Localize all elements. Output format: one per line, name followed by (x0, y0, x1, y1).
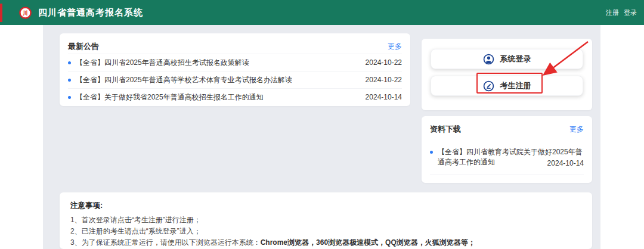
note-item-browsers: Chrome浏览器，360浏览器极速模式，QQ浏览器，火狐浏览器等； (261, 238, 475, 247)
login-panel-card: 系统登录 考生注册 (422, 39, 592, 110)
system-login-button[interactable]: 系统登录 (431, 49, 583, 69)
downloads-more-link[interactable]: 更多 (569, 125, 584, 135)
announcements-more-link[interactable]: 更多 (388, 42, 402, 52)
note-item-prefix: 3、为了保证系统正常运行，请使用以下浏览器运行本系统： (70, 238, 261, 247)
notes-card: 注意事项: 1、首次登录请点击“考生注册”进行注册； 2、已注册的考生请点击“系… (60, 192, 592, 249)
announcements-title: 最新公告 (68, 41, 99, 52)
announcement-date: 2024-10-22 (366, 58, 402, 67)
note-item: 1、首次登录请点击“考生注册”进行注册； (70, 215, 581, 225)
announcement-item[interactable]: 【全省】四川省2025年普通高等学校艺术体育专业考试报名办法解读 2024-10… (68, 71, 402, 88)
candidate-register-label: 考生注册 (500, 80, 531, 91)
announcement-item[interactable]: 【全省】关于做好我省2025年普通高校招生报名工作的通知 2024-10-14 (68, 88, 402, 105)
bullet-icon (68, 61, 71, 64)
download-item[interactable]: 【全省】四川省教育考试院关于做好2025年普通高考工作的通知 2024-10-1… (430, 147, 584, 175)
announcement-title: 【全省】关于做好我省2025年普通高校招生报名工作的通知 (76, 92, 366, 102)
register-link[interactable]: 注册 (606, 8, 619, 17)
bullet-icon (430, 151, 433, 154)
notes-title: 注意事项: (70, 201, 581, 211)
edit-circle-icon (483, 80, 494, 92)
red-edge-marker (0, 4, 2, 22)
login-link[interactable]: 登录 (624, 8, 637, 17)
user-circle-icon (483, 54, 494, 65)
downloads-card: 资料下载 更多 【全省】四川省教育考试院关于做好2025年普通高考工作的通知 2… (422, 116, 592, 183)
header-nav: 注册 登录 (606, 0, 637, 25)
svg-text:川: 川 (22, 10, 28, 16)
bullet-icon (68, 79, 71, 82)
app-header: 川 四川省普通高考报名系统 注册 登录 (0, 0, 644, 25)
announcement-date: 2024-10-22 (366, 76, 402, 84)
bullet-icon (68, 96, 71, 99)
announcements-card: 最新公告 更多 【全省】四川省2025年普通高校招生考试报名政策解读 2024-… (60, 33, 410, 106)
announcements-header: 最新公告 更多 (68, 39, 402, 54)
announcement-date: 2024-10-14 (366, 93, 402, 101)
app-title: 四川省普通高考报名系统 (38, 0, 143, 25)
announcement-title: 【全省】四川省2025年普通高等学校艺术体育专业考试报名办法解读 (76, 75, 366, 85)
candidate-register-button[interactable]: 考生注册 (431, 76, 583, 96)
note-item: 2、已注册的考生请点击“系统登录”进入； (70, 226, 581, 236)
seal-logo-icon: 川 (19, 7, 32, 19)
announcement-title: 【全省】四川省2025年普通高校招生考试报名政策解读 (76, 58, 366, 68)
page-root: 川 四川省普通高考报名系统 注册 登录 最新公告 更多 【全省】四川省2025年… (0, 0, 644, 249)
announcement-item[interactable]: 【全省】四川省2025年普通高校招生考试报名政策解读 2024-10-22 (68, 54, 402, 71)
downloads-header: 资料下载 更多 (430, 122, 584, 136)
downloads-title: 资料下载 (430, 124, 461, 135)
download-date: 2024-10-14 (545, 159, 584, 167)
system-login-label: 系统登录 (500, 54, 531, 64)
note-item: 3、为了保证系统正常运行，请使用以下浏览器运行本系统：Chrome浏览器，360… (70, 238, 581, 247)
